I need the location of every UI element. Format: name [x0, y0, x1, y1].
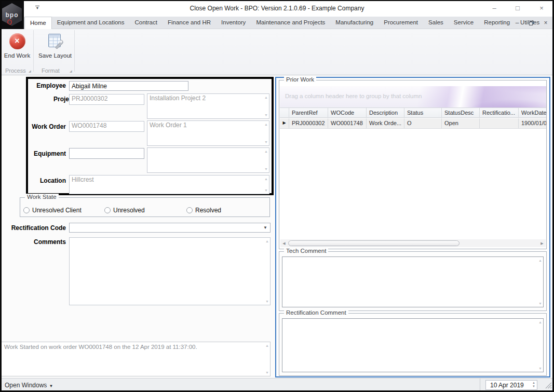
scroll-up-icon[interactable]: ▲ [264, 96, 268, 99]
tab-manufacturing[interactable]: Manufacturing [330, 17, 379, 29]
format-dialog-launcher-icon[interactable]: ◢ [70, 69, 72, 73]
end-work-label: End Work [3, 52, 31, 59]
scroll-down-icon[interactable]: ▼ [264, 188, 268, 192]
scroll-down-icon[interactable]: ▼ [538, 367, 542, 370]
scroll-up-icon[interactable]: ▲ [264, 123, 268, 126]
scroll-down-icon[interactable]: ▼ [538, 302, 542, 305]
mdi-close-button[interactable]: × [540, 19, 551, 28]
scroll-down-icon[interactable]: ▼ [265, 300, 269, 303]
scroll-down-icon[interactable]: ▼ [264, 167, 268, 171]
project-description-field[interactable]: Installation Project 2 ▲ ▼ [147, 93, 269, 119]
work-status-message-box[interactable]: Work Started on work order WO0001748 on … [1, 342, 271, 376]
open-windows-label: Open Windows [5, 382, 47, 389]
equipment-label: Equipment [21, 150, 66, 157]
date-value: 10 Apr 2019 [490, 382, 524, 389]
spin-up-icon[interactable]: ▲ [532, 381, 535, 385]
application-window: ▼ Close Open Work - BPO: Version 2.1.0.6… [0, 0, 554, 392]
column-header-statusdesc[interactable]: StatusDesc [442, 108, 480, 117]
unresolved-radio[interactable] [104, 207, 111, 213]
tab-service[interactable]: Service [449, 17, 479, 29]
tab-equipment-and-locations[interactable]: Equipment and Locations [52, 17, 130, 29]
comments-label: Comments [21, 238, 66, 246]
scroll-up-icon[interactable]: ▲ [264, 150, 268, 153]
work-state-label: Work State [25, 194, 59, 200]
tab-contract[interactable]: Contract [129, 17, 162, 29]
tab-reporting[interactable]: Reporting [479, 17, 515, 29]
spinner-arrows[interactable]: ▲▼ [532, 381, 535, 388]
tab-sales[interactable]: Sales [423, 17, 449, 29]
tab-home[interactable]: Home [24, 17, 52, 29]
work-status-message: Work Started on work order WO0001748 on … [4, 344, 262, 350]
tab-maintenance-and-projects[interactable]: Maintenance and Projects [251, 17, 330, 29]
tab-procurement[interactable]: Procurement [379, 17, 423, 29]
horizontal-scrollbar[interactable]: ◀ ▶ [280, 239, 546, 247]
scroll-up-icon[interactable]: ▲ [538, 259, 542, 262]
resolved-radio[interactable] [186, 207, 193, 213]
scroll-up-icon[interactable]: ▲ [264, 177, 268, 181]
scroll-up-icon[interactable]: ▲ [265, 239, 269, 243]
column-header-parentref[interactable]: ParentRef [289, 108, 328, 117]
close-button[interactable]: × [534, 3, 549, 13]
rectification-comment-groupbox: Rectification Comment ▲ ▼ [279, 313, 547, 376]
minimize-button[interactable]: – [487, 3, 502, 13]
rectification-code-label: Rectification Code [3, 224, 66, 232]
tech-comment-field[interactable]: ▲ ▼ [282, 256, 544, 307]
resize-grip[interactable] [545, 382, 552, 391]
tab-finance-and-hr[interactable]: Finance and HR [163, 17, 216, 29]
cell-description: Work Orde... [367, 118, 404, 128]
group-by-bar[interactable]: Drag a column header here to group by th… [280, 86, 546, 107]
spin-down-icon[interactable]: ▼ [532, 385, 535, 388]
open-windows-button[interactable]: Open Windows▼ [5, 382, 53, 389]
process-dialog-launcher-icon[interactable]: ◢ [29, 69, 31, 73]
format-group-label: Format [42, 67, 60, 74]
scroll-up-icon[interactable]: ▲ [265, 344, 269, 347]
rectification-code-dropdown[interactable]: ▼ [69, 223, 271, 233]
location-field[interactable]: Hillcrest ▲ ▼ [69, 175, 269, 194]
work-state-groupbox: Work State Unresolved Client Unresolved … [20, 197, 270, 217]
column-header-workdate[interactable]: WorkDate [519, 108, 546, 117]
scroll-left-icon[interactable]: ◀ [280, 239, 288, 247]
chevron-down-icon: ▼ [263, 225, 267, 230]
table-row[interactable]: ▶ PRJ0000302 WO0001748 Work Orde... O Op… [280, 118, 546, 129]
cell-wocode: WO0001748 [328, 118, 367, 128]
rectification-comment-field[interactable]: ▲ ▼ [282, 318, 544, 372]
scroll-up-icon[interactable]: ▲ [538, 320, 542, 324]
maximize-button[interactable]: □ [510, 3, 525, 13]
unresolved-radio-label[interactable]: Unresolved [113, 207, 145, 214]
date-spinner[interactable]: 10 Apr 2019 ▲▼ [485, 380, 537, 390]
group-by-hint: Drag a column header here to group by th… [285, 93, 422, 99]
bpo-hexagon-icon: bpo [2, 3, 22, 26]
project-code-field[interactable]: PRJ0000302 [69, 94, 144, 105]
column-header-status[interactable]: Status [404, 108, 442, 117]
equipment-code-field[interactable] [69, 148, 144, 159]
window-title: Close Open Work - BPO: Version 2.1.0.69 … [0, 5, 554, 12]
column-header-description[interactable]: Description [367, 108, 404, 117]
prior-work-groupbox: Prior Work Drag a column header here to … [279, 80, 547, 249]
column-header-rectification[interactable]: Rectificatio... [480, 108, 519, 117]
location-text: Hillcrest [72, 176, 94, 183]
scrollbar-thumb[interactable] [288, 240, 460, 246]
work-order-label: Work Order [21, 123, 66, 130]
mdi-restore-button[interactable] [525, 19, 537, 28]
equipment-description-field[interactable]: ▲ ▼ [147, 147, 269, 173]
save-layout-button[interactable]: Save Layout [36, 31, 74, 59]
scroll-down-icon[interactable]: ▼ [264, 113, 268, 117]
scroll-down-icon[interactable]: ▼ [264, 140, 268, 144]
scroll-right-icon[interactable]: ▶ [538, 239, 546, 247]
column-header-wocode[interactable]: WOCode [328, 108, 367, 117]
scroll-down-icon[interactable]: ▼ [265, 371, 269, 374]
work-order-code-field[interactable]: WO0001748 [69, 121, 144, 132]
employee-input[interactable] [69, 81, 188, 91]
tab-inventory[interactable]: Inventory [216, 17, 251, 29]
cell-statusdesc: Open [442, 118, 480, 128]
work-order-description-field[interactable]: Work Order 1 ▲ ▼ [147, 120, 269, 146]
end-work-button[interactable]: × End Work [3, 31, 31, 59]
unresolved-client-radio[interactable] [23, 207, 30, 213]
comments-field[interactable]: ▲ ▼ [69, 237, 271, 305]
right-panel: Prior Work Drag a column header here to … [275, 77, 550, 377]
unresolved-client-radio-label[interactable]: Unresolved Client [32, 207, 82, 214]
mdi-minimize-button[interactable]: – [511, 19, 523, 28]
resolved-radio-label[interactable]: Resolved [195, 207, 221, 214]
logo-text: bpo [2, 11, 22, 19]
row-indicator-header [280, 108, 289, 117]
